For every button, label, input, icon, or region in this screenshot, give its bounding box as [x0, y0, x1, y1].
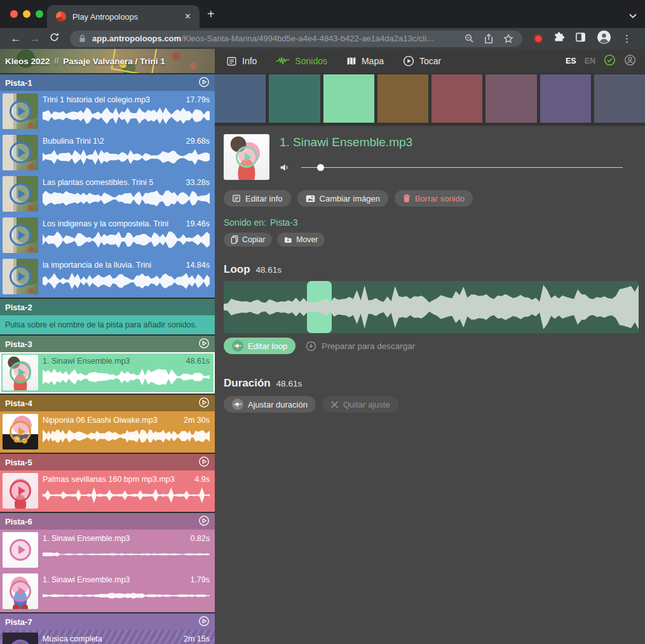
reload-button[interactable] [44, 32, 64, 45]
bookmark-star-icon[interactable] [503, 34, 513, 44]
back-button[interactable]: ← [6, 32, 25, 45]
clip-play-overlay-icon[interactable] [10, 580, 31, 602]
track-header-pista-4[interactable]: Pista-4 [0, 395, 215, 411]
change-image-button[interactable]: Cambiar imágen [297, 190, 388, 207]
clip-row[interactable]: la importancia de la lluvia. Trini14.84s [0, 256, 215, 298]
clip-thumbnail[interactable] [3, 473, 38, 509]
clip-play-overlay-icon[interactable] [10, 480, 31, 502]
clip-row[interactable]: Las plantas comestibles. Trini 533.28s [0, 174, 215, 215]
track-header-pista-1[interactable]: Pista-1 [0, 74, 215, 91]
clip-thumbnail[interactable] [3, 135, 38, 170]
tab-search-chevron-icon[interactable] [628, 10, 637, 22]
clip-play-overlay-icon[interactable] [10, 142, 31, 163]
clip-thumbnail[interactable] [3, 414, 38, 449]
browser-menu-icon[interactable]: ⋮ [622, 34, 632, 43]
breadcrumb[interactable]: Kleos 2022 // Pasaje Valvanera / Trini 1 [5, 49, 165, 73]
track-swatch-7[interactable] [540, 74, 591, 123]
track-swatch-3-selected[interactable] [323, 74, 374, 123]
address-bar[interactable]: app.antropoloops.com/Kleos-Santa-Marina/… [70, 31, 522, 47]
window-close-button[interactable] [10, 10, 18, 18]
account-icon[interactable] [624, 54, 636, 69]
track-header-pista-5[interactable]: Pista-5 [0, 454, 215, 470]
clip-play-overlay-icon[interactable] [10, 224, 31, 246]
forward-button[interactable]: → [25, 32, 44, 45]
profile-avatar[interactable] [597, 30, 611, 47]
loop-waveform-panel[interactable] [224, 281, 639, 333]
clip-play-overlay-icon[interactable] [10, 421, 31, 442]
clip-row[interactable]: Los indigenas y la compostela. Trini19.4… [0, 215, 215, 256]
track-header-pista-3[interactable]: Pista-3 [0, 336, 215, 352]
clip-row[interactable]: Nipponia 06 Esashi Oiwake.mp32m 30s [0, 411, 215, 453]
clip-thumbnail[interactable] [3, 259, 38, 294]
copy-button[interactable]: Copiar [224, 233, 272, 247]
nav-tocar[interactable]: Tocar [403, 55, 441, 67]
nav-info[interactable]: Info [226, 56, 257, 67]
nav-sonidos[interactable]: Sonidos [276, 56, 327, 66]
nav-mapa[interactable]: Mapa [346, 56, 384, 66]
track-swatch-6[interactable] [485, 74, 536, 123]
volume-slider[interactable] [301, 164, 623, 172]
lang-en[interactable]: EN [585, 57, 595, 65]
browser-tab[interactable]: Play Antropoloops × [47, 5, 200, 28]
side-panel-icon[interactable] [575, 32, 586, 45]
clip-row[interactable]: 1. Sinawi Ensemble.mp348.61s [0, 352, 215, 394]
edit-loop-button[interactable]: Editar loop [224, 338, 295, 354]
edit-info-button[interactable]: Editar info [224, 190, 291, 207]
clip-row[interactable]: Bubulina Trini 1\229.68s [0, 132, 215, 174]
track-header-pista-2[interactable]: Pista-2 [0, 299, 215, 315]
window-zoom-button[interactable] [36, 10, 43, 18]
sound-in-track-link[interactable]: Pista-3 [270, 217, 298, 228]
extensions-puzzle-icon[interactable] [553, 32, 564, 45]
recording-extension-icon[interactable] [534, 34, 543, 43]
clip-thumbnail[interactable] [3, 355, 38, 390]
share-icon[interactable] [484, 34, 493, 44]
play-overlay-icon[interactable] [236, 146, 257, 168]
new-tab-button[interactable]: + [207, 8, 215, 20]
clip-thumbnail[interactable] [3, 532, 38, 568]
clip-row[interactable]: 1. Sinawi Ensemble.mp31.79s [0, 571, 215, 612]
window-minimize-button[interactable] [23, 10, 31, 18]
track-swatch-2[interactable] [269, 74, 320, 123]
clip-row[interactable]: Palmas sevillanas 160 bpm mp3.mp34.9s [0, 470, 215, 512]
track-name: Pista-4 [5, 399, 32, 408]
volume-knob[interactable] [317, 164, 324, 171]
clip-thumbnail[interactable] [3, 573, 38, 609]
clip-row[interactable]: Trini 1 historia del colegio.mp317.79s [0, 91, 215, 132]
clip-row[interactable]: 1. Sinawi Ensemble.mp30.82s [0, 530, 215, 571]
track-swatch-8[interactable] [594, 74, 645, 123]
prepare-download-button[interactable]: Preparar para descargar [306, 341, 415, 352]
track-play-icon[interactable] [198, 515, 210, 528]
clip-thumbnail[interactable] [3, 176, 38, 212]
track-play-icon[interactable] [198, 456, 210, 469]
clip-play-overlay-icon[interactable] [10, 640, 31, 644]
clip-thumbnail[interactable] [3, 93, 38, 129]
track-play-icon[interactable] [198, 615, 210, 629]
adjust-duration-button[interactable]: Ajustar duración [224, 396, 316, 413]
delete-sound-button[interactable]: Borrar sonido [395, 190, 473, 207]
clip-play-overlay-icon[interactable] [10, 539, 31, 561]
move-button[interactable]: Mover [277, 233, 325, 247]
tracks-list[interactable]: Pista-1Trini 1 historia del colegio.mp31… [0, 73, 215, 644]
clip-play-overlay-icon[interactable] [10, 362, 31, 383]
track-play-icon[interactable] [198, 76, 210, 90]
tab-close-icon[interactable]: × [182, 10, 193, 23]
track-swatch-4[interactable] [377, 74, 428, 123]
project-map-thumbnail[interactable]: Kleos 2022 // Pasaje Valvanera / Trini 1 [0, 49, 215, 73]
track-header-pista-7[interactable]: Pista-7 [0, 613, 215, 630]
track-swatch-5[interactable] [431, 74, 482, 123]
track-play-icon[interactable] [198, 338, 210, 351]
sound-thumbnail[interactable] [224, 134, 269, 180]
clip-thumbnail[interactable] [3, 633, 38, 644]
browser-tabstrip: Play Antropoloops × + [0, 0, 645, 28]
clip-play-overlay-icon[interactable] [10, 183, 31, 205]
track-header-pista-6[interactable]: Pista-6 [0, 513, 215, 530]
zoom-page-icon[interactable] [465, 34, 474, 43]
lang-es[interactable]: ES [566, 57, 576, 65]
clip-play-overlay-icon[interactable] [10, 100, 31, 122]
clip-row[interactable]: Musica completa2m 15s [0, 630, 215, 644]
clip-thumbnail[interactable] [3, 217, 38, 253]
remove-adjust-button[interactable]: Quitar ajuste [322, 396, 398, 413]
track-swatch-1[interactable] [215, 74, 266, 123]
track-play-icon[interactable] [198, 397, 210, 410]
clip-play-overlay-icon[interactable] [10, 266, 31, 287]
